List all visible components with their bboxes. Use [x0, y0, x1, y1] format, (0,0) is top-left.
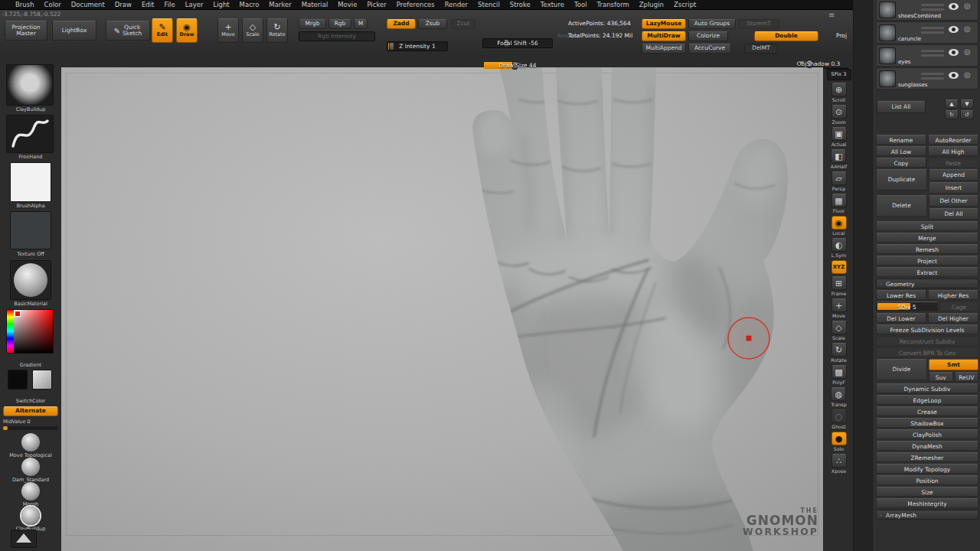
color-picker[interactable]: [6, 309, 54, 354]
rgb-button[interactable]: Rgb: [328, 19, 351, 29]
mrgb-button[interactable]: Mrgb: [299, 19, 326, 29]
toolbar-menu-icon[interactable]: ≡: [828, 11, 835, 19]
frame-button[interactable]: ⊞Frame: [831, 276, 847, 296]
rgb-intensity-slider[interactable]: Rgb Intensity: [299, 31, 375, 41]
scale-mode-button[interactable]: ◇Scale: [242, 18, 263, 43]
persp-button[interactable]: ▱Persp: [831, 171, 847, 191]
delete-button[interactable]: Delete: [876, 195, 927, 217]
menu-texture[interactable]: Texture: [541, 1, 564, 8]
projection-master-button[interactable]: Projection Master: [5, 21, 47, 41]
menu-zplugin[interactable]: Zplugin: [639, 1, 664, 8]
subtool-move-21bb-button[interactable]: ↻: [945, 110, 959, 119]
append-button[interactable]: Append: [929, 169, 978, 181]
modify-topology-button[interactable]: Modify Topology: [876, 464, 978, 474]
subtool-slider[interactable]: [921, 77, 944, 80]
morph-brush-thumbnail[interactable]: [21, 482, 40, 500]
position-button[interactable]: Position: [876, 475, 978, 485]
multiappend-button[interactable]: MultiAppend: [642, 44, 686, 54]
rotate-mode-button[interactable]: ↻Rotate: [266, 18, 288, 43]
remesh-button[interactable]: Remesh: [876, 244, 978, 254]
menu-stencil[interactable]: Stencil: [478, 1, 500, 8]
menu-brush[interactable]: Brush: [15, 1, 34, 8]
shadowbox-button[interactable]: ShadowBox: [876, 418, 978, 428]
zadd-button[interactable]: Zadd: [387, 19, 416, 29]
menu-zscript[interactable]: Zscript: [674, 1, 697, 8]
all-low-button[interactable]: All Low: [876, 146, 926, 156]
del-higher-button[interactable]: Del Higher: [928, 313, 978, 323]
del-all-button[interactable]: Del All: [929, 208, 978, 220]
visibility-eye-icon[interactable]: [949, 72, 959, 79]
secondary-color-swatch[interactable]: [32, 370, 52, 390]
edit-mode-button[interactable]: ✎Edit: [152, 18, 173, 43]
z-intensity-slider[interactable]: Z Intensity 1: [387, 41, 448, 51]
aahalf-button[interactable]: ◧AAHalf: [831, 149, 847, 169]
focal-shift-slider[interactable]: Focal Shift -56: [482, 38, 553, 48]
menu-movie[interactable]: Movie: [338, 1, 357, 8]
alternate-button[interactable]: Alternate: [3, 406, 58, 416]
paste-button[interactable]: Paste: [928, 158, 978, 168]
midvalue-slider[interactable]: [3, 426, 58, 430]
freeze-subdivision-levels-button[interactable]: Freeze SubDivision Levels: [876, 324, 978, 334]
meshintegrity-button[interactable]: MeshIntegrity: [876, 498, 978, 508]
m-button[interactable]: M: [354, 19, 368, 29]
polypaint-icon[interactable]: ◎: [964, 25, 971, 33]
extract-button[interactable]: Extract: [876, 267, 978, 277]
rename-button[interactable]: Rename: [876, 135, 926, 145]
quick-sketch-button[interactable]: ✎ Quick Sketch: [106, 21, 150, 41]
ghost-button[interactable]: ○Ghost: [831, 409, 847, 429]
subtool-move-25bc-button[interactable]: ▼: [960, 99, 974, 109]
crease-button[interactable]: Crease: [876, 406, 978, 416]
menu-preferences[interactable]: Preferences: [397, 1, 435, 8]
subtool-slider[interactable]: [921, 8, 944, 11]
bottom-brush-thumbnail[interactable]: [11, 530, 37, 548]
texture-thumbnail[interactable]: [10, 211, 51, 249]
spix-3-button[interactable]: SPix 3: [827, 69, 851, 80]
polyf-button[interactable]: ▩PolyF: [831, 365, 847, 385]
draw-mode-button[interactable]: ◉Draw: [176, 18, 198, 43]
solo-button[interactable]: ●Solo: [831, 432, 847, 452]
menu-file[interactable]: File: [164, 1, 175, 8]
accucurve-button[interactable]: AccuCurve: [688, 44, 731, 54]
document-canvas[interactable]: THE GNOMON WORKSHOP: [61, 67, 823, 551]
lazymouse-button[interactable]: LazyMouse: [642, 19, 686, 29]
duplicate-button[interactable]: Duplicate: [876, 169, 927, 191]
scale-button[interactable]: ◇Scale: [831, 321, 847, 341]
subtool-slider[interactable]: [921, 50, 944, 52]
subtool-row-caruncle[interactable]: ◎caruncle: [876, 21, 978, 44]
merge-button[interactable]: Merge: [876, 233, 978, 243]
list-all-button[interactable]: List All: [877, 101, 926, 113]
zsub-button[interactable]: Zsub: [418, 19, 447, 29]
double-button[interactable]: Double: [754, 31, 818, 41]
menu-edit[interactable]: Edit: [142, 1, 154, 8]
divide-button[interactable]: Divide: [876, 359, 927, 380]
lightbox-button[interactable]: LightBox: [52, 21, 96, 41]
menu-layer[interactable]: Layer: [185, 1, 204, 8]
visibility-eye-icon[interactable]: [949, 3, 959, 10]
zcut-button[interactable]: Zcut: [451, 19, 475, 29]
sv-square[interactable]: [14, 310, 53, 353]
storemt-button[interactable]: StoremT: [738, 19, 779, 29]
xyz-button[interactable]: XYZ: [831, 260, 847, 274]
delmt-button[interactable]: DelMT: [744, 44, 778, 54]
draw-size-slider[interactable]: Draw Size 44: [482, 60, 553, 70]
local-button[interactable]: ◉Local: [831, 216, 847, 236]
cage-button[interactable]: Cage: [939, 302, 978, 311]
subtool-slider[interactable]: [921, 73, 944, 75]
subtool-row-shoescombined[interactable]: ◎shoesCombined: [876, 0, 978, 21]
stroke-thumbnail[interactable]: [6, 115, 54, 153]
polypaint-icon[interactable]: ◎: [964, 2, 971, 10]
main-color-swatch[interactable]: [8, 370, 28, 390]
actual-button[interactable]: ▣Actual: [831, 127, 847, 147]
visibility-eye-icon[interactable]: [949, 26, 959, 33]
zoom-button[interactable]: ⊙Zoom: [831, 105, 847, 125]
menu-tool[interactable]: Tool: [574, 1, 587, 8]
colorize-button[interactable]: Colorize: [688, 31, 728, 41]
zremesher-button[interactable]: ZRemesher: [876, 452, 978, 462]
l-sym-button[interactable]: ◐L.Sym: [831, 238, 847, 258]
multidraw-button[interactable]: MultiDraw: [642, 31, 686, 41]
dynamic-subdiv-button[interactable]: Dynamic Subdiv: [876, 383, 978, 393]
sdiv-5-button[interactable]: SDiv 5: [876, 302, 938, 311]
menu-render[interactable]: Render: [445, 1, 468, 8]
subtool-slider[interactable]: [921, 31, 944, 34]
reconstruct-subdiv-button[interactable]: Reconstruct Subdiv: [876, 336, 978, 346]
